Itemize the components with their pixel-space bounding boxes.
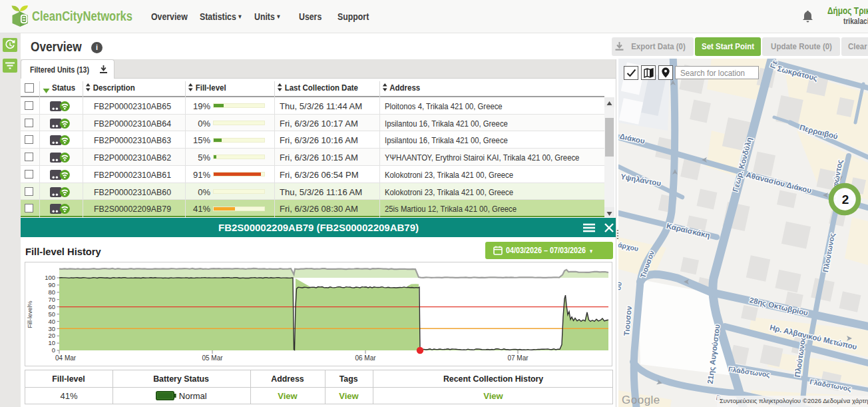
svg-text:60: 60: [48, 303, 55, 310]
svg-text:30: 30: [48, 325, 55, 332]
svg-text:Fill-level%: Fill-level%: [27, 300, 33, 328]
svg-text:40: 40: [48, 318, 55, 325]
svg-text:Συντομεύσεις πληκτρολογίου: Συντομεύσεις πληκτρολογίου: [720, 397, 801, 404]
svg-text:©2026 Δεδομένα χάρτη (: ©2026 Δεδομένα χάρτη (: [803, 397, 868, 404]
svg-text:50: 50: [48, 310, 55, 318]
svg-text:05 Mar: 05 Mar: [202, 354, 223, 362]
svg-text:70: 70: [48, 296, 55, 303]
svg-text:100: 100: [45, 274, 55, 281]
svg-text:06 Mar: 06 Mar: [355, 354, 376, 362]
svg-text:20: 20: [48, 332, 55, 339]
svg-text:90: 90: [48, 281, 55, 288]
svg-text:07 Mar: 07 Mar: [507, 354, 529, 362]
svg-text:10: 10: [48, 339, 55, 346]
svg-text:80: 80: [48, 288, 55, 296]
svg-text:Google: Google: [622, 394, 660, 406]
svg-text:2: 2: [842, 193, 849, 206]
svg-text:04 Mar: 04 Mar: [55, 354, 77, 362]
svg-text:0: 0: [52, 346, 55, 354]
